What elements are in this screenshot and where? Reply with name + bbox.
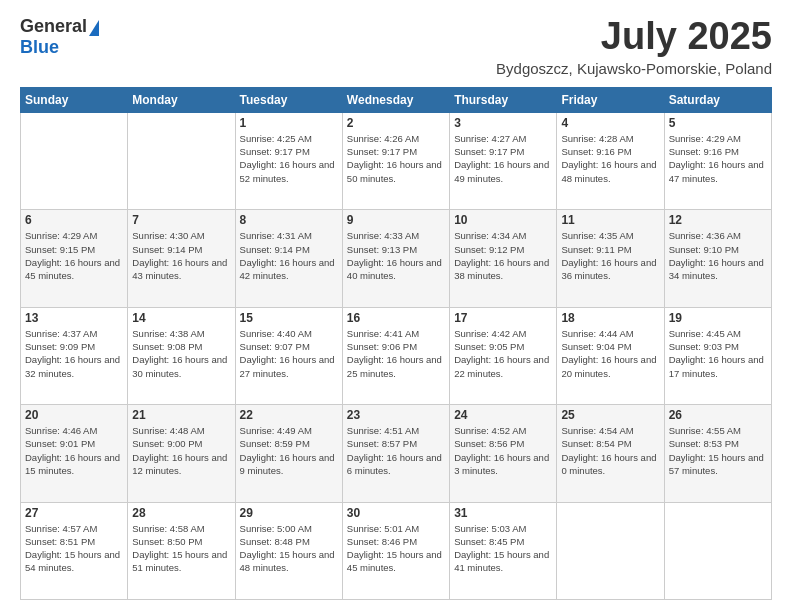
logo-text: General xyxy=(20,16,99,37)
day-number: 7 xyxy=(132,213,230,227)
day-number: 12 xyxy=(669,213,767,227)
day-number: 27 xyxy=(25,506,123,520)
day-number: 28 xyxy=(132,506,230,520)
table-row: 26Sunrise: 4:55 AMSunset: 8:53 PMDayligh… xyxy=(664,405,771,502)
table-row: 30Sunrise: 5:01 AMSunset: 8:46 PMDayligh… xyxy=(342,502,449,599)
day-info: Sunrise: 4:36 AMSunset: 9:10 PMDaylight:… xyxy=(669,229,767,282)
day-number: 26 xyxy=(669,408,767,422)
table-row: 20Sunrise: 4:46 AMSunset: 9:01 PMDayligh… xyxy=(21,405,128,502)
day-info: Sunrise: 4:27 AMSunset: 9:17 PMDaylight:… xyxy=(454,132,552,185)
table-row: 9Sunrise: 4:33 AMSunset: 9:13 PMDaylight… xyxy=(342,210,449,307)
table-row: 2Sunrise: 4:26 AMSunset: 9:17 PMDaylight… xyxy=(342,112,449,209)
day-number: 10 xyxy=(454,213,552,227)
day-info: Sunrise: 5:00 AMSunset: 8:48 PMDaylight:… xyxy=(240,522,338,575)
day-number: 2 xyxy=(347,116,445,130)
day-info: Sunrise: 4:57 AMSunset: 8:51 PMDaylight:… xyxy=(25,522,123,575)
day-number: 20 xyxy=(25,408,123,422)
day-info: Sunrise: 4:30 AMSunset: 9:14 PMDaylight:… xyxy=(132,229,230,282)
calendar-header-row: Sunday Monday Tuesday Wednesday Thursday… xyxy=(21,87,772,112)
day-info: Sunrise: 4:29 AMSunset: 9:15 PMDaylight:… xyxy=(25,229,123,282)
day-info: Sunrise: 4:33 AMSunset: 9:13 PMDaylight:… xyxy=(347,229,445,282)
day-info: Sunrise: 4:31 AMSunset: 9:14 PMDaylight:… xyxy=(240,229,338,282)
page: General Blue July 2025 Bydgoszcz, Kujaws… xyxy=(0,0,792,612)
day-number: 6 xyxy=(25,213,123,227)
day-info: Sunrise: 4:37 AMSunset: 9:09 PMDaylight:… xyxy=(25,327,123,380)
calendar-table: Sunday Monday Tuesday Wednesday Thursday… xyxy=(20,87,772,600)
day-number: 30 xyxy=(347,506,445,520)
day-info: Sunrise: 4:41 AMSunset: 9:06 PMDaylight:… xyxy=(347,327,445,380)
day-number: 1 xyxy=(240,116,338,130)
logo-general-text: General xyxy=(20,16,87,37)
header-monday: Monday xyxy=(128,87,235,112)
day-info: Sunrise: 4:51 AMSunset: 8:57 PMDaylight:… xyxy=(347,424,445,477)
day-info: Sunrise: 4:49 AMSunset: 8:59 PMDaylight:… xyxy=(240,424,338,477)
table-row: 5Sunrise: 4:29 AMSunset: 9:16 PMDaylight… xyxy=(664,112,771,209)
day-info: Sunrise: 4:44 AMSunset: 9:04 PMDaylight:… xyxy=(561,327,659,380)
table-row: 28Sunrise: 4:58 AMSunset: 8:50 PMDayligh… xyxy=(128,502,235,599)
header-tuesday: Tuesday xyxy=(235,87,342,112)
header-sunday: Sunday xyxy=(21,87,128,112)
logo: General Blue xyxy=(20,16,99,58)
month-title: July 2025 xyxy=(496,16,772,58)
table-row: 1Sunrise: 4:25 AMSunset: 9:17 PMDaylight… xyxy=(235,112,342,209)
header: General Blue July 2025 Bydgoszcz, Kujaws… xyxy=(20,16,772,77)
day-info: Sunrise: 5:01 AMSunset: 8:46 PMDaylight:… xyxy=(347,522,445,575)
day-number: 16 xyxy=(347,311,445,325)
day-number: 4 xyxy=(561,116,659,130)
day-number: 23 xyxy=(347,408,445,422)
day-number: 22 xyxy=(240,408,338,422)
table-row: 8Sunrise: 4:31 AMSunset: 9:14 PMDaylight… xyxy=(235,210,342,307)
day-number: 5 xyxy=(669,116,767,130)
header-wednesday: Wednesday xyxy=(342,87,449,112)
table-row: 6Sunrise: 4:29 AMSunset: 9:15 PMDaylight… xyxy=(21,210,128,307)
table-row xyxy=(128,112,235,209)
calendar-week-row: 27Sunrise: 4:57 AMSunset: 8:51 PMDayligh… xyxy=(21,502,772,599)
table-row: 29Sunrise: 5:00 AMSunset: 8:48 PMDayligh… xyxy=(235,502,342,599)
day-info: Sunrise: 4:54 AMSunset: 8:54 PMDaylight:… xyxy=(561,424,659,477)
header-saturday: Saturday xyxy=(664,87,771,112)
table-row: 7Sunrise: 4:30 AMSunset: 9:14 PMDaylight… xyxy=(128,210,235,307)
header-thursday: Thursday xyxy=(450,87,557,112)
table-row xyxy=(557,502,664,599)
title-block: July 2025 Bydgoszcz, Kujawsko-Pomorskie,… xyxy=(496,16,772,77)
table-row: 21Sunrise: 4:48 AMSunset: 9:00 PMDayligh… xyxy=(128,405,235,502)
day-number: 15 xyxy=(240,311,338,325)
day-info: Sunrise: 4:29 AMSunset: 9:16 PMDaylight:… xyxy=(669,132,767,185)
day-number: 31 xyxy=(454,506,552,520)
day-number: 14 xyxy=(132,311,230,325)
day-number: 9 xyxy=(347,213,445,227)
location-subtitle: Bydgoszcz, Kujawsko-Pomorskie, Poland xyxy=(496,60,772,77)
day-info: Sunrise: 4:45 AMSunset: 9:03 PMDaylight:… xyxy=(669,327,767,380)
day-number: 18 xyxy=(561,311,659,325)
day-number: 17 xyxy=(454,311,552,325)
day-info: Sunrise: 4:28 AMSunset: 9:16 PMDaylight:… xyxy=(561,132,659,185)
day-info: Sunrise: 4:42 AMSunset: 9:05 PMDaylight:… xyxy=(454,327,552,380)
day-info: Sunrise: 4:38 AMSunset: 9:08 PMDaylight:… xyxy=(132,327,230,380)
day-info: Sunrise: 4:48 AMSunset: 9:00 PMDaylight:… xyxy=(132,424,230,477)
logo-blue-text: Blue xyxy=(20,37,59,58)
day-info: Sunrise: 4:40 AMSunset: 9:07 PMDaylight:… xyxy=(240,327,338,380)
table-row: 16Sunrise: 4:41 AMSunset: 9:06 PMDayligh… xyxy=(342,307,449,404)
day-info: Sunrise: 4:26 AMSunset: 9:17 PMDaylight:… xyxy=(347,132,445,185)
table-row: 17Sunrise: 4:42 AMSunset: 9:05 PMDayligh… xyxy=(450,307,557,404)
calendar-week-row: 6Sunrise: 4:29 AMSunset: 9:15 PMDaylight… xyxy=(21,210,772,307)
table-row: 23Sunrise: 4:51 AMSunset: 8:57 PMDayligh… xyxy=(342,405,449,502)
table-row: 27Sunrise: 4:57 AMSunset: 8:51 PMDayligh… xyxy=(21,502,128,599)
table-row: 11Sunrise: 4:35 AMSunset: 9:11 PMDayligh… xyxy=(557,210,664,307)
calendar-week-row: 20Sunrise: 4:46 AMSunset: 9:01 PMDayligh… xyxy=(21,405,772,502)
table-row: 19Sunrise: 4:45 AMSunset: 9:03 PMDayligh… xyxy=(664,307,771,404)
day-number: 29 xyxy=(240,506,338,520)
table-row: 31Sunrise: 5:03 AMSunset: 8:45 PMDayligh… xyxy=(450,502,557,599)
table-row: 3Sunrise: 4:27 AMSunset: 9:17 PMDaylight… xyxy=(450,112,557,209)
table-row: 13Sunrise: 4:37 AMSunset: 9:09 PMDayligh… xyxy=(21,307,128,404)
day-number: 3 xyxy=(454,116,552,130)
table-row: 22Sunrise: 4:49 AMSunset: 8:59 PMDayligh… xyxy=(235,405,342,502)
table-row: 25Sunrise: 4:54 AMSunset: 8:54 PMDayligh… xyxy=(557,405,664,502)
table-row: 4Sunrise: 4:28 AMSunset: 9:16 PMDaylight… xyxy=(557,112,664,209)
day-number: 8 xyxy=(240,213,338,227)
day-info: Sunrise: 4:55 AMSunset: 8:53 PMDaylight:… xyxy=(669,424,767,477)
header-friday: Friday xyxy=(557,87,664,112)
table-row xyxy=(664,502,771,599)
day-number: 13 xyxy=(25,311,123,325)
table-row: 18Sunrise: 4:44 AMSunset: 9:04 PMDayligh… xyxy=(557,307,664,404)
